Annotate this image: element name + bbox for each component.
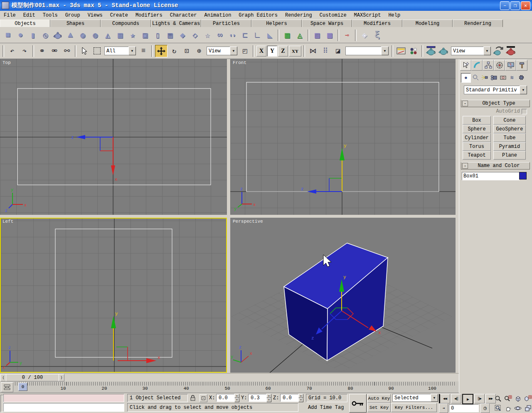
menu-rendering[interactable]: Rendering	[281, 12, 316, 19]
ring-array-icon[interactable]: ◈	[358, 29, 371, 42]
viewport-left[interactable]: Left y x z y x	[0, 218, 227, 373]
tab-helpers[interactable]: Helpers	[251, 20, 302, 27]
menu-modifiers[interactable]: Modifiers	[132, 12, 166, 19]
tri-patch-icon[interactable]: ◬	[293, 29, 306, 42]
name-and-color-rollout[interactable]: - Name and Color	[461, 162, 530, 170]
array-icon[interactable]: ⠿	[320, 45, 331, 57]
y-spinner[interactable]: ▲▼	[266, 394, 271, 402]
motion-tab-icon[interactable]	[494, 60, 505, 71]
menu-maxscript[interactable]: MAXScript	[350, 12, 385, 19]
minimize-button[interactable]: –	[500, 1, 510, 10]
menu-tools[interactable]: Tools	[39, 12, 62, 19]
tab-space-warps[interactable]: Space Warps	[302, 20, 352, 27]
select-and-manipulate-icon[interactable]: ⊕	[193, 45, 205, 57]
panel-splitter[interactable]	[456, 59, 459, 373]
x-coordinate-field[interactable]: 0.0	[216, 394, 234, 402]
tab-modifiers[interactable]: Modifiers	[352, 20, 402, 27]
plane-icon[interactable]: ▦	[114, 29, 126, 42]
pyramid-button[interactable]: Pyramid	[493, 142, 526, 151]
tab-objects[interactable]: Objects	[0, 20, 50, 27]
collapse-icon[interactable]: -	[462, 163, 468, 169]
hierarchy-tab-icon[interactable]	[483, 60, 494, 71]
object-name-field[interactable]: Box01	[462, 172, 520, 180]
nurbs-surface-icon[interactable]: ▨	[311, 29, 323, 42]
spring-icon[interactable]: ξ	[371, 29, 383, 42]
render-scene-icon[interactable]	[425, 45, 437, 57]
min-max-toggle-icon[interactable]	[523, 403, 532, 413]
restrict-z-button[interactable]: Z	[278, 46, 288, 57]
align-icon[interactable]: ◪	[332, 45, 344, 57]
space-warps-category-icon[interactable]: ≋	[507, 73, 517, 82]
hedra-icon[interactable]: ★	[126, 29, 139, 42]
close-button[interactable]: ✕	[521, 1, 530, 10]
statusbar-grip[interactable]	[0, 395, 3, 412]
torus-button[interactable]: Torus	[463, 142, 491, 151]
maximize-button[interactable]: ❐	[510, 1, 520, 10]
curve-editor-icon[interactable]	[395, 45, 407, 57]
chevron-down-icon[interactable]: ▼	[483, 47, 491, 55]
arc-rotate-icon[interactable]	[513, 403, 522, 413]
star-icon[interactable]: ☆	[201, 29, 214, 42]
x-spinner[interactable]: ▲▼	[234, 394, 239, 402]
render-type-dropdown[interactable]: View ▼	[451, 47, 491, 55]
set-keys-button[interactable]	[349, 394, 367, 413]
use-pivot-point-center-icon[interactable]: ◰	[239, 45, 251, 57]
menu-help[interactable]: Help	[384, 12, 404, 19]
utilities-tab-icon[interactable]	[516, 60, 527, 71]
macro-recorder-field[interactable]	[3, 394, 124, 402]
region-zoom-icon[interactable]	[493, 403, 502, 413]
selection-lock-icon[interactable]	[190, 394, 197, 402]
key-selection-dropdown[interactable]: Selected ▼	[392, 394, 438, 402]
key-filters-button[interactable]: Key Filters...	[391, 403, 437, 412]
activeshade-icon[interactable]	[505, 45, 517, 57]
display-tab-icon[interactable]	[505, 60, 516, 71]
menu-edit[interactable]: Edit	[20, 12, 39, 19]
z-spinner[interactable]: ▲▼	[298, 394, 303, 402]
select-and-scale-icon[interactable]: ⊡	[181, 45, 192, 57]
chevron-down-icon[interactable]: ▼	[128, 47, 136, 55]
mini-curve-editor-icon[interactable]	[1, 382, 13, 392]
cylinder-icon[interactable]: ▮	[27, 29, 39, 42]
zoom-icon[interactable]	[493, 394, 502, 403]
menu-create[interactable]: Create	[106, 12, 132, 19]
layer-manager-icon[interactable]	[408, 45, 419, 57]
selection-filter-dropdown[interactable]: All ▼	[104, 47, 136, 55]
menu-animation[interactable]: Animation	[201, 12, 235, 19]
viewport-splitter-horizontal[interactable]	[230, 215, 456, 218]
chamfer-cylinder-icon[interactable]: ▤	[164, 29, 176, 42]
geosphere-button[interactable]: GeoSphere	[493, 125, 526, 133]
primitive-category-dropdown[interactable]: Standard Primitiv ▼	[464, 86, 527, 94]
time-slider-right-arrow[interactable]: ⟩	[59, 374, 64, 381]
autogrid-checkbox[interactable]	[522, 109, 527, 114]
gengon-icon[interactable]: ◇	[189, 29, 201, 42]
box-icon[interactable]: ■	[2, 29, 14, 42]
quad-patch-icon[interactable]: ▦	[281, 29, 293, 42]
tab-particles[interactable]: Particles	[201, 20, 251, 27]
chevron-down-icon[interactable]: ▼	[230, 47, 237, 55]
helpers-category-icon[interactable]	[498, 73, 507, 82]
add-time-tag[interactable]: Add Time Tag	[306, 403, 347, 412]
render-last-icon[interactable]	[493, 45, 504, 57]
tube-icon[interactable]: ◍	[89, 29, 101, 42]
listener-field[interactable]	[3, 403, 124, 412]
tab-compounds[interactable]: Compounds	[101, 20, 151, 27]
viewport-splitter-vertical[interactable]	[227, 59, 230, 373]
quick-render-icon[interactable]	[438, 45, 449, 57]
menu-group[interactable]: Group	[62, 12, 84, 19]
tube-button[interactable]: Tube	[493, 133, 526, 142]
title-bar[interactable]: 模型制作001.max - 3ds max 5 - Stand-alone Li…	[0, 0, 532, 11]
prism-icon[interactable]: ◣	[264, 29, 276, 42]
cone-button[interactable]: Cone	[493, 116, 526, 125]
sphere-icon[interactable]: ●	[14, 29, 27, 42]
select-and-link-icon[interactable]: ⚭	[36, 45, 48, 57]
zoom-extents-all-icon[interactable]	[523, 394, 532, 403]
teapot-button[interactable]: Teapot	[463, 151, 491, 160]
tab-modeling[interactable]: Modeling	[402, 20, 453, 27]
viewport-perspective[interactable]: Perspective y x z z	[230, 218, 456, 373]
cone-icon[interactable]: ▲	[64, 29, 76, 42]
current-frame-marker[interactable]: 0	[18, 383, 27, 391]
reference-coordinate-dropdown[interactable]: View ▼	[207, 47, 237, 55]
object-color-swatch[interactable]	[519, 172, 527, 179]
restrict-xy-plane-button[interactable]: XY	[289, 46, 301, 57]
box-button[interactable]: Box	[463, 116, 491, 125]
